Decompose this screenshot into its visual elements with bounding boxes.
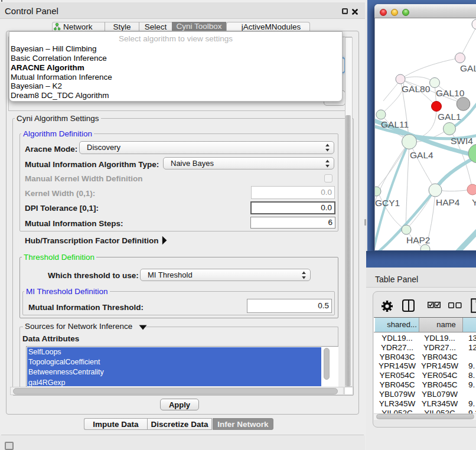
svg-text:HAP4: HAP4	[436, 197, 460, 207]
svg-text:GAL11: GAL11	[381, 119, 409, 129]
svg-text:GAL10: GAL10	[436, 88, 465, 98]
svg-text:GAL1: GAL1	[438, 112, 461, 122]
svg-text:GCY1: GCY1	[375, 198, 400, 208]
svg-text:GAL4: GAL4	[410, 150, 433, 160]
svg-text:GAL: GAL	[460, 63, 476, 73]
svg-text:Y: Y	[472, 197, 476, 207]
svg-text:SWI4: SWI4	[451, 136, 473, 146]
svg-text:HAP2: HAP2	[406, 235, 431, 245]
svg-text:GAL80: GAL80	[402, 84, 431, 94]
